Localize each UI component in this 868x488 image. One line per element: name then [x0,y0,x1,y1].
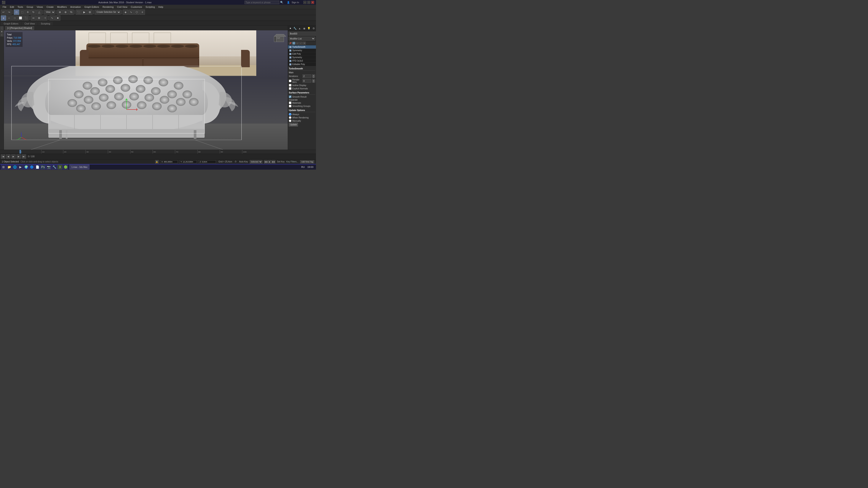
curve-editor-2[interactable]: ∿ [50,15,55,21]
menu-edit[interactable]: Edit [8,5,16,9]
manually-radio[interactable] [289,120,291,122]
taskbar-note-icon[interactable]: 📄 [35,165,40,169]
panel-hierarchy-icon[interactable]: ▲ [298,26,302,31]
menu-file[interactable]: File [1,5,8,9]
modifier-list-dropdown[interactable]: Modifier List [289,37,315,40]
timeline-end-btn[interactable]: ▶| [22,155,26,159]
menu-views[interactable]: Views [35,5,45,9]
menu-help[interactable]: Help [157,5,165,9]
selection-set-dropdown[interactable]: Create Selection Set [95,10,121,14]
menu-customize[interactable]: Customize [129,5,144,9]
panel-display-icon[interactable]: 💡 [307,26,311,31]
modifier-ffd[interactable]: FFD 3x3x3 [288,59,316,63]
array-button[interactable]: ⊞ [36,15,42,21]
menu-group[interactable]: Group [25,5,35,9]
sign-in-label[interactable]: Sign In [291,1,300,4]
mod-active-icon[interactable]: ✓ [299,42,302,45]
object-name-input[interactable] [289,32,316,36]
taskbar-app3-icon[interactable]: 📷 [46,165,51,169]
taskbar-explorer-icon[interactable]: 📁 [6,165,12,169]
timeline-next-key-btn[interactable]: ▶ [17,155,21,159]
mod-modifier-icon[interactable]: ■ [292,42,295,45]
iterations-up[interactable]: ▲ [312,74,315,76]
modifier-editable-poly[interactable]: Editable Poly [288,63,316,66]
update-button[interactable]: Update [289,123,298,126]
menu-civil-view[interactable]: Civil View [115,5,129,9]
taskbar-start-icon[interactable]: ⊞ [1,165,6,169]
scale-button[interactable]: △ [36,9,42,15]
tab-civil-view[interactable]: Civil View [22,22,37,25]
panel-modify-icon[interactable]: 🔧 [293,26,297,31]
render-iters-down[interactable]: ▼ [312,81,315,83]
menu-modifiers[interactable]: Modifiers [55,5,69,9]
modifier-symmetry-2[interactable]: Symmetry [288,56,316,59]
taskbar-app2-icon[interactable]: 🔵 [29,165,34,169]
mod-vis-sym2[interactable] [289,56,291,59]
sidebar-btn-1[interactable]: + [0,27,3,30]
sidebar-btn-2[interactable]: ▶ [0,30,3,33]
tab-scripting[interactable]: Scripting [38,22,53,25]
modifier-edit-poly[interactable]: Edit Poly [288,52,316,56]
iterations-down[interactable]: ▼ [312,76,315,78]
mod-configure-icon[interactable]: ⚙ [303,42,306,45]
isoline-checkbox[interactable] [289,84,291,87]
taskbar-app5-icon[interactable]: 🟢 [63,165,68,169]
render-iters-checkbox[interactable] [289,79,291,82]
mod-vis-sym1[interactable] [289,50,291,52]
mod-vis-editpoly[interactable] [289,53,291,55]
menu-create[interactable]: Create [45,5,55,9]
panel-create-icon[interactable]: ✦ [288,26,292,31]
when-rendering-radio[interactable] [289,116,291,119]
modifier-symmetry-1[interactable]: Symmetry [288,49,316,52]
sub-element[interactable]: ⬛ [24,15,29,21]
smooth-result-checkbox[interactable] [289,95,291,98]
render-iters-up[interactable]: ▲ [312,79,315,81]
sidebar-btn-3[interactable]: ≡ [0,33,3,36]
mod-vis-turbosmooth[interactable] [289,46,291,48]
view-cube[interactable]: TOP [273,32,286,45]
rotate-button[interactable]: ↻ [31,9,36,15]
sub-border[interactable]: □ [12,15,18,21]
manage-layers[interactable]: ≡ [140,9,145,15]
material-editor[interactable]: ◈ [123,9,128,15]
taskbar-ie-icon[interactable]: 🌐 [12,165,18,169]
align-button[interactable]: ⊣ [42,15,47,21]
dope-sheet[interactable]: ■ [55,15,60,21]
search-input[interactable] [245,1,279,4]
menu-graph-editors[interactable]: Graph Editors [83,5,101,9]
play-fwd-btn[interactable]: ▶▶ [272,160,275,164]
mod-vis-ffd[interactable] [289,60,291,62]
taskbar-active-window[interactable]: 1.max - 3ds Max [69,165,89,169]
sub-edge[interactable]: ─ [6,15,12,21]
always-radio[interactable] [289,113,291,116]
render-region[interactable]: ⊞ [87,9,92,15]
mod-gizmo-icon[interactable]: ◇ [296,42,299,45]
taskbar-media-icon[interactable]: ▶ [18,165,23,169]
play-rev-btn[interactable]: ◀◀ [264,160,268,164]
panel-motion-icon[interactable]: ◉ [302,26,306,31]
taskbar-app4-icon[interactable]: 🔧 [52,165,57,169]
explicit-checkbox[interactable] [289,87,291,90]
search-icon[interactable]: 🔍 [280,1,283,4]
panel-utilities-icon[interactable]: ⚙ [311,26,316,31]
viewport-label[interactable]: [+] [Perspective] [Shaded] [5,26,34,30]
modifier-turbosmooth[interactable]: TurboSmooth [288,45,316,49]
timeline-prev-key-btn[interactable]: ◀ [6,155,10,159]
move-button[interactable]: ✛ [25,9,30,15]
tab-graph-editors[interactable]: Graph Editors [1,22,21,25]
menu-scripting[interactable]: Scripting [144,5,157,9]
taskbar-chrome-icon[interactable]: 🌍 [24,165,29,169]
viewport-3d[interactable]: X Y Z TOP Total [4,30,288,150]
menu-tools[interactable]: Tools [16,5,25,9]
select-button[interactable]: ⊡ [14,9,19,15]
render-frame[interactable]: ▶ [82,9,87,15]
render-iters-input[interactable] [303,79,311,83]
play-btn[interactable]: ▶ [268,160,272,164]
percent-snap[interactable]: % [69,9,74,15]
taskbar-ps-icon[interactable]: Ps [40,165,45,169]
timeline-start-btn[interactable]: |◀ [1,155,5,159]
smoothing-groups-checkbox[interactable] [289,105,291,107]
key-filters-label[interactable]: Key Filters... [286,161,299,163]
redo-button[interactable]: ↪ [6,9,12,15]
sub-vertex[interactable]: ● [1,15,6,21]
